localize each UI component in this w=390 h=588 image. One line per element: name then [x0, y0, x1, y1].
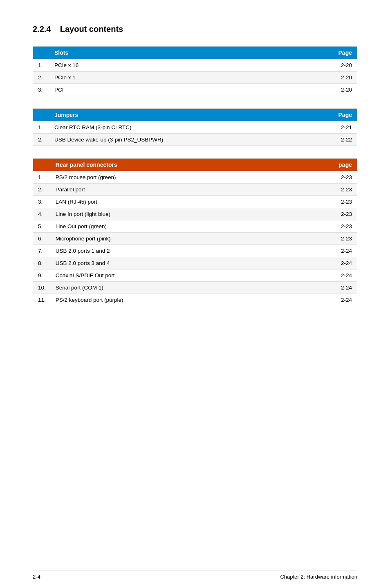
rear-panel-row-num: 9.: [33, 269, 51, 282]
slots-row-num: 2.: [33, 72, 49, 84]
rear-panel-label: Rear panel connectors: [51, 159, 332, 171]
rear-panel-row-page: 2-23: [332, 184, 357, 196]
slots-row-desc: PCIe x 16: [49, 59, 332, 72]
jumpers-label: Jumpers: [49, 109, 332, 121]
slots-header-row: Slots Page: [33, 47, 357, 59]
footer-page-number: 2-4: [33, 574, 40, 580]
slots-row-page: 2-20: [332, 59, 357, 72]
rear-panel-row-num: 11.: [33, 294, 51, 306]
rear-panel-row: 9. Coaxial S/PDIF Out port 2-24: [33, 269, 357, 282]
rear-panel-row-desc: Parallel port: [51, 184, 332, 196]
rear-panel-row: 6. Microphone port (pink) 2-23: [33, 233, 357, 245]
rear-panel-row-num: 1.: [33, 171, 51, 184]
jumpers-row-num: 2.: [33, 134, 49, 146]
slots-row-num: 3.: [33, 84, 49, 96]
rear-panel-row-page: 2-24: [332, 294, 357, 306]
jumpers-row-page: 2-21: [332, 121, 357, 134]
jumpers-page-label: Page: [332, 109, 357, 121]
rear-panel-row-num: 10.: [33, 282, 51, 294]
slots-num-header: [33, 47, 49, 59]
rear-panel-row-page: 2-24: [332, 245, 357, 257]
slots-row: 1. PCIe x 16 2-20: [33, 59, 357, 72]
rear-panel-header-row: Rear panel connectors page: [33, 159, 357, 171]
rear-panel-row-desc: PS/2 keyboard port (purple): [51, 294, 332, 306]
rear-panel-row-desc: PS/2 mouse port (green): [51, 171, 332, 184]
rear-panel-row: 5. Line Out port (green) 2-23: [33, 220, 357, 233]
rear-panel-row-page: 2-23: [332, 196, 357, 208]
rear-panel-row-num: 4.: [33, 208, 51, 220]
rear-panel-row: 8. USB 2.0 ports 3 and 4 2-24: [33, 257, 357, 269]
rear-panel-row-desc: Coaxial S/PDIF Out port: [51, 269, 332, 282]
rear-panel-row: 1. PS/2 mouse port (green) 2-23: [33, 171, 357, 184]
jumpers-row-desc: USB Device wake-up (3-pin PS2_USBPWR): [49, 134, 332, 146]
rear-panel-row-num: 3.: [33, 196, 51, 208]
rear-panel-row-page: 2-23: [332, 220, 357, 233]
section-title: 2.2.4 Layout contents: [33, 25, 357, 34]
jumpers-header-row: Jumpers Page: [33, 109, 357, 121]
jumpers-num-header: [33, 109, 49, 121]
slots-page-label: Page: [332, 47, 357, 59]
footer-chapter: Chapter 2: Hardware information: [280, 574, 357, 580]
slots-row-page: 2-20: [332, 72, 357, 84]
rear-panel-page-label: page: [332, 159, 357, 171]
jumpers-row: 1. Clear RTC RAM (3-pin CLRTC) 2-21: [33, 121, 357, 134]
rear-panel-row-num: 8.: [33, 257, 51, 269]
rear-panel-row-num: 2.: [33, 184, 51, 196]
page-footer: 2-4 Chapter 2: Hardware information: [33, 570, 357, 580]
rear-panel-row-page: 2-23: [332, 233, 357, 245]
rear-panel-row-num: 7.: [33, 245, 51, 257]
jumpers-table: Jumpers Page 1. Clear RTC RAM (3-pin CLR…: [33, 108, 357, 146]
rear-panel-row: 3. LAN (RJ-45) port 2-23: [33, 196, 357, 208]
jumpers-row-num: 1.: [33, 121, 49, 134]
rear-panel-row-desc: LAN (RJ-45) port: [51, 196, 332, 208]
rear-panel-row-page: 2-24: [332, 269, 357, 282]
rear-panel-row: 4. Line In port (light blue) 2-23: [33, 208, 357, 220]
slots-row-desc: PCI: [49, 84, 332, 96]
rear-panel-row-desc: Serial port (COM 1): [51, 282, 332, 294]
rear-panel-row: 10. Serial port (COM 1) 2-24: [33, 282, 357, 294]
rear-panel-row-page: 2-23: [332, 171, 357, 184]
section-heading: Layout contents: [60, 25, 123, 34]
slots-table: Slots Page 1. PCIe x 16 2-20 2. PCIe x 1…: [33, 46, 357, 96]
rear-panel-row-desc: Line In port (light blue): [51, 208, 332, 220]
jumpers-row: 2. USB Device wake-up (3-pin PS2_USBPWR)…: [33, 134, 357, 146]
rear-panel-row-num: 5.: [33, 220, 51, 233]
rear-panel-row-desc: Microphone port (pink): [51, 233, 332, 245]
rear-panel-row-page: 2-23: [332, 208, 357, 220]
rear-panel-row-desc: USB 2.0 ports 3 and 4: [51, 257, 332, 269]
rear-panel-row-desc: Line Out port (green): [51, 220, 332, 233]
rear-panel-row: 11. PS/2 keyboard port (purple) 2-24: [33, 294, 357, 306]
slots-row-num: 1.: [33, 59, 49, 72]
page-content: 2.2.4 Layout contents Slots Page 1. PCIe…: [0, 0, 390, 351]
rear-panel-table: Rear panel connectors page 1. PS/2 mouse…: [33, 158, 357, 306]
jumpers-row-page: 2-22: [332, 134, 357, 146]
jumpers-row-desc: Clear RTC RAM (3-pin CLRTC): [49, 121, 332, 134]
rear-panel-row-desc: USB 2.0 ports 1 and 2: [51, 245, 332, 257]
slots-row: 2. PCIe x 1 2-20: [33, 72, 357, 84]
rear-panel-row-page: 2-24: [332, 257, 357, 269]
rear-panel-row-page: 2-24: [332, 282, 357, 294]
rear-panel-num-header: [33, 159, 51, 171]
rear-panel-row: 7. USB 2.0 ports 1 and 2 2-24: [33, 245, 357, 257]
section-number: 2.2.4: [33, 25, 51, 34]
slots-row-page: 2-20: [332, 84, 357, 96]
slots-row: 3. PCI 2-20: [33, 84, 357, 96]
slots-label: Slots: [49, 47, 332, 59]
rear-panel-row-num: 6.: [33, 233, 51, 245]
rear-panel-row: 2. Parallel port 2-23: [33, 184, 357, 196]
slots-row-desc: PCIe x 1: [49, 72, 332, 84]
